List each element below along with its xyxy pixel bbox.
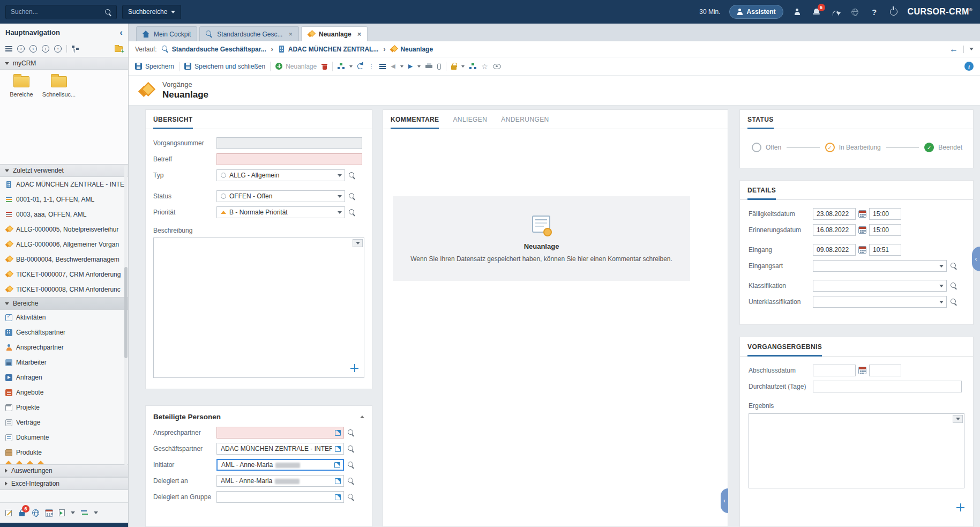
ansprechpartner-field[interactable] (216, 427, 344, 439)
calendar-icon[interactable] (858, 210, 866, 218)
print-icon[interactable] (425, 63, 432, 69)
initiator-field[interactable]: AML - Anne-Maria (216, 459, 344, 471)
export-icon[interactable] (59, 509, 65, 516)
info-circle-icon[interactable]: i (42, 45, 49, 53)
erinnerungsdatum-date[interactable] (813, 224, 856, 236)
sidebar-collapse-icon[interactable]: ‹ (119, 28, 123, 37)
tab-aenderungen[interactable]: ÄNDERUNGEN (501, 116, 549, 129)
recent-item[interactable]: 0003, aaa, OFFEN, AML (0, 207, 128, 222)
tab-neuanlage[interactable]: Neuanlage × (301, 26, 368, 41)
text-template-dropdown[interactable] (353, 239, 363, 247)
section-auswertungen[interactable]: Auswertungen (0, 464, 128, 477)
tab-vorgangsergebnis[interactable]: VORGANGSERGEBNIS (747, 343, 822, 357)
list-icon[interactable] (379, 64, 386, 69)
sidebar-item-produkte[interactable]: Produkte (0, 445, 128, 460)
sidebar-item-mitarbeiter[interactable]: Mitarbeiter (0, 355, 128, 370)
lookup-icon[interactable] (349, 172, 356, 179)
sidebar-item-aktivitaeten[interactable]: Aktivitäten (0, 310, 128, 325)
chevron-down-icon[interactable] (937, 261, 946, 271)
klassifikation-field[interactable] (813, 280, 947, 292)
lookup-icon[interactable] (348, 462, 355, 469)
chevron-down-icon[interactable] (335, 170, 345, 181)
recent-item[interactable]: 0001-01, 1-1, OFFEN, AML (0, 192, 128, 207)
assistant-button[interactable]: Assistent (729, 5, 783, 19)
nav-previous-icon[interactable]: ◀ (391, 63, 395, 70)
tab-standardsuche[interactable]: Standardsuche Gesc... × (199, 26, 299, 41)
delegiert-gruppe-field[interactable] (216, 491, 344, 503)
workflow-caret-icon[interactable] (349, 65, 353, 68)
collapse-icon[interactable] (360, 415, 364, 418)
permissions-icon[interactable] (451, 63, 457, 70)
erinnerungsdatum-time[interactable] (869, 224, 901, 236)
calendar-icon[interactable] (858, 367, 866, 374)
workflow-icon[interactable] (338, 63, 345, 70)
move-icon[interactable] (350, 364, 358, 372)
abschlussdatum-time[interactable] (869, 365, 901, 376)
calendar-icon[interactable] (45, 509, 53, 517)
process-icon[interactable] (469, 63, 476, 70)
recent-item[interactable]: TICKET-0000007, CRM Anforderung (0, 267, 128, 282)
panel-slide-handle[interactable]: ‹ (721, 488, 728, 513)
folder-schnellsuche[interactable]: Schnellsuc... (42, 76, 76, 98)
open-record-icon[interactable] (335, 430, 341, 436)
close-icon[interactable]: × (357, 31, 362, 38)
folder-bereiche[interactable]: Bereiche (4, 76, 39, 98)
ergebnis-textarea[interactable] (749, 413, 964, 488)
eingangsart-field[interactable] (813, 260, 947, 272)
attachment-icon[interactable] (437, 63, 441, 70)
open-record-icon[interactable] (334, 462, 340, 468)
status-field[interactable]: OFFEN - Offen (216, 190, 345, 202)
lookup-icon[interactable] (348, 478, 355, 485)
recent-item[interactable]: ALLG-0000006, Allgemeiner Vorgan (0, 237, 128, 252)
new-record-button[interactable]: Neuanlage (275, 63, 317, 70)
lookup-icon[interactable] (951, 283, 957, 290)
section-excel-integration[interactable]: Excel-Integration (0, 477, 128, 490)
history-back-icon[interactable]: ← (949, 45, 958, 54)
search-input[interactable] (5, 5, 117, 19)
open-record-icon[interactable] (335, 446, 341, 452)
tab-kommentare[interactable]: KOMMENTARE (391, 116, 439, 129)
breadcrumb-item-neuanlage[interactable]: Neuanlage (390, 46, 433, 53)
lookup-icon[interactable] (348, 494, 355, 501)
right-panel-slide-handle[interactable]: ‹ (972, 247, 980, 271)
notes-icon[interactable] (5, 510, 12, 516)
chevron-down-icon[interactable] (335, 191, 345, 202)
sidebar-item-angebote[interactable]: Angebote (0, 385, 128, 400)
chevron-down-icon[interactable] (937, 280, 946, 291)
section-areas[interactable]: Bereiche (0, 297, 128, 310)
lock-icon[interactable]: 6 (18, 508, 26, 518)
tab-anliegen[interactable]: ANLIEGEN (453, 116, 487, 129)
up-circle-icon[interactable]: ↑ (54, 45, 62, 53)
betreff-field[interactable] (216, 153, 362, 165)
logout-icon[interactable] (888, 6, 899, 17)
recent-item[interactable]: ALLG-0000005, Nobelpreisverleihur (0, 222, 128, 237)
nav-next-caret-icon[interactable] (417, 65, 421, 68)
move-icon[interactable] (956, 503, 964, 511)
sidebar-item-dokumente[interactable]: Dokumente (0, 430, 128, 445)
tree-view-icon[interactable] (72, 46, 79, 53)
breadcrumb-item-adac[interactable]: ADAC MÜNCHEN ZENTRAL... (278, 46, 379, 53)
breadcrumb-item-suche[interactable]: Standardsuche Geschäftspar... (162, 46, 266, 53)
section-recent[interactable]: Zuletzt verwendet (0, 164, 128, 177)
nav-next-icon[interactable]: ▶ (408, 63, 413, 70)
faelligkeitsdatum-date[interactable] (813, 208, 856, 220)
recent-item[interactable]: TICKET-0000008, CRM Anforderunc (0, 282, 128, 297)
close-icon[interactable]: × (288, 31, 293, 38)
sync-caret-icon[interactable] (94, 511, 98, 514)
permissions-caret-icon[interactable] (461, 65, 465, 68)
user-icon[interactable] (792, 6, 803, 17)
lookup-icon[interactable] (348, 429, 355, 436)
favorite-icon[interactable]: ☆ (481, 62, 488, 71)
search-areas-button[interactable]: Suchbereiche (122, 5, 181, 19)
sidebar-item-ansprechpartner[interactable]: Ansprechpartner (0, 340, 128, 355)
prioritaet-field[interactable]: B - Normale Priorität (216, 206, 345, 218)
tab-uebersicht[interactable]: ÜBERSICHT (153, 116, 193, 129)
text-template-dropdown[interactable] (953, 415, 963, 423)
web-icon[interactable] (32, 509, 39, 516)
sidebar-scrollbar[interactable] (124, 165, 128, 465)
delete-icon[interactable] (321, 63, 327, 70)
sidebar-item-geschaeftspartner[interactable]: Geschäftspartner (0, 325, 128, 340)
chevron-down-icon[interactable] (937, 296, 946, 307)
tab-status[interactable]: STATUS (747, 116, 774, 129)
sidebar-item-projekte[interactable]: Projekte (0, 400, 128, 415)
